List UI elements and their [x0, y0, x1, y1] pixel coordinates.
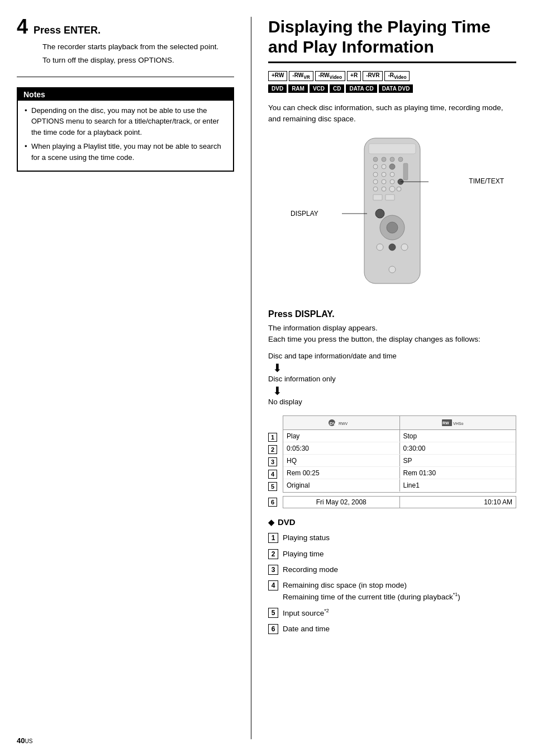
arrow-down-1: ⬇ [273, 362, 516, 374]
arrow-down-2: ⬇ [273, 385, 516, 396]
svg-text:DVD: DVD [330, 421, 339, 426]
badge-dvd: DVD [268, 84, 287, 93]
badge-ram: RAM [288, 84, 308, 93]
remote-illustration [331, 135, 454, 297]
svg-point-2 [373, 157, 378, 162]
note-item-2: When playing a Playlist title, you may n… [25, 141, 226, 163]
dvd-title-text: DVD [278, 517, 296, 527]
svg-rect-1 [369, 144, 416, 154]
flow-list: Disc and tape information/date and time … [268, 351, 516, 408]
flow-item-1: Disc and tape information/date and time [268, 351, 516, 362]
svg-point-27 [387, 222, 398, 233]
left-column: 4 Press ENTER. The recorder starts playb… [17, 17, 251, 739]
press-display-body: The information display appears. Each ti… [268, 323, 516, 346]
dvd-item-num-5: 5 [268, 608, 278, 618]
svg-point-14 [382, 179, 386, 184]
badge-row-1: +RW -RWVR -RWVideo +R -RVR -RVideo [268, 71, 410, 81]
notes-list: Depending on the disc, you may not be ab… [25, 105, 226, 163]
row-num-4: 4 [268, 468, 277, 480]
date-row-wrap: 6 Fri May 02, 2008 10:10 AM [268, 496, 516, 508]
badge-r-plus: +R [347, 71, 361, 81]
svg-point-6 [373, 164, 378, 169]
badge-cd: CD [330, 84, 344, 93]
info-numbers: 1 2 3 4 5 [268, 415, 277, 493]
section-intro: You can check disc information, such as … [268, 102, 516, 125]
badge-datacd: DATA CD [346, 84, 377, 93]
info-cell-rem-left: Rem 00:25 [283, 467, 400, 479]
row-num-3: 3 [268, 456, 277, 468]
info-cell-mode-right: SP [400, 455, 516, 466]
step-body-line1: The recorder starts playback from the se… [42, 41, 234, 53]
flow-item-2: Disc information only [268, 374, 516, 385]
info-cell-mode-left: HQ [283, 455, 400, 466]
info-row-4: Rem 00:25 Rem 01:30 [283, 467, 516, 479]
date-row: Fri May 02, 2008 10:10 AM [283, 496, 516, 508]
info-cell-play: Play [283, 430, 400, 442]
svg-point-8 [389, 164, 395, 169]
date-cell-left: Fri May 02, 2008 [283, 497, 400, 508]
badge-vcd: VCD [310, 84, 328, 93]
step-number: 4 [17, 17, 28, 37]
notes-header: Notes [18, 88, 233, 101]
info-row-3: HQ SP [283, 455, 516, 467]
info-cell-stop: Stop [400, 430, 516, 442]
step-body: The recorder starts playback from the se… [42, 41, 234, 67]
section-title: Displaying the Playing Time and Play Inf… [268, 17, 516, 63]
dvd-item-text-3: Recording mode [283, 564, 338, 575]
svg-point-12 [390, 172, 394, 177]
notes-box: Notes Depending on the disc, you may not… [17, 87, 234, 172]
date-row-num-wrap: 6 [268, 496, 277, 508]
svg-rect-22 [373, 195, 382, 200]
svg-point-30 [401, 244, 408, 251]
svg-point-24 [375, 209, 384, 218]
row-num-1: 1 [268, 431, 277, 443]
row-num-2: 2 [268, 443, 277, 456]
info-header-left: DVD RWV [283, 416, 400, 429]
dvd-item-2: 2 Playing time [268, 549, 516, 560]
badge-rwvideo: -RWVideo [315, 71, 345, 81]
step-title: Press ENTER. [34, 25, 101, 36]
dvd-item-num-6: 6 [268, 624, 278, 634]
dvd-item-text-6: Date and time [283, 623, 330, 635]
svg-rect-23 [386, 195, 394, 200]
svg-point-29 [389, 244, 396, 251]
svg-point-10 [373, 172, 378, 177]
step-header: 4 Press ENTER. [17, 17, 234, 37]
svg-point-18 [373, 187, 378, 191]
info-table: DVD RWV RW VHSo Play Stop [283, 415, 516, 493]
flow-item-3: No display [268, 396, 516, 408]
press-display-body1: The information display appears. [268, 323, 516, 334]
flow-text-3: No display [268, 396, 302, 408]
dvd-section: ◆ DVD 1 Playing status 2 Playing time 3 … [268, 517, 516, 635]
info-row-5: Original Line1 [283, 479, 516, 492]
flow-text-2: Disc information only [268, 374, 336, 385]
dvd-item-4: 4 Remaining disc space (in stop mode)Rem… [268, 580, 516, 603]
badge-rwvr: -RWVR [289, 71, 313, 81]
dvd-item-num-2: 2 [268, 549, 278, 559]
svg-point-15 [390, 179, 394, 184]
svg-point-21 [397, 187, 401, 191]
badge-rw-plus: +RW [268, 71, 287, 81]
dvd-item-6: 6 Date and time [268, 623, 516, 635]
svg-point-3 [382, 157, 386, 162]
dvd-item-1: 1 Playing status [268, 532, 516, 544]
page-num-suffix: US [25, 738, 32, 744]
row-num-6: 6 [268, 498, 277, 507]
svg-point-20 [389, 186, 395, 192]
svg-text:RW: RW [442, 421, 449, 425]
svg-text:RWV: RWV [339, 422, 348, 426]
badge-row-2: DVD RAM VCD CD DATA CD DATA DVD [268, 84, 413, 93]
svg-point-19 [382, 187, 386, 191]
note-item-1: Depending on the disc, you may not be ab… [25, 105, 226, 138]
svg-point-11 [382, 172, 386, 177]
label-display: DISPLAY [291, 210, 318, 218]
info-cell-source-left: Original [283, 479, 400, 492]
remote-container: TIME/TEXT DISPLAY [268, 135, 516, 299]
svg-point-5 [398, 157, 403, 162]
dvd-item-num-4: 4 [268, 580, 278, 590]
svg-point-4 [390, 157, 394, 162]
info-header-right: RW VHSo [400, 416, 516, 429]
svg-point-31 [389, 266, 396, 273]
svg-rect-9 [403, 163, 408, 180]
badge-rvr: -RVR [363, 71, 383, 81]
